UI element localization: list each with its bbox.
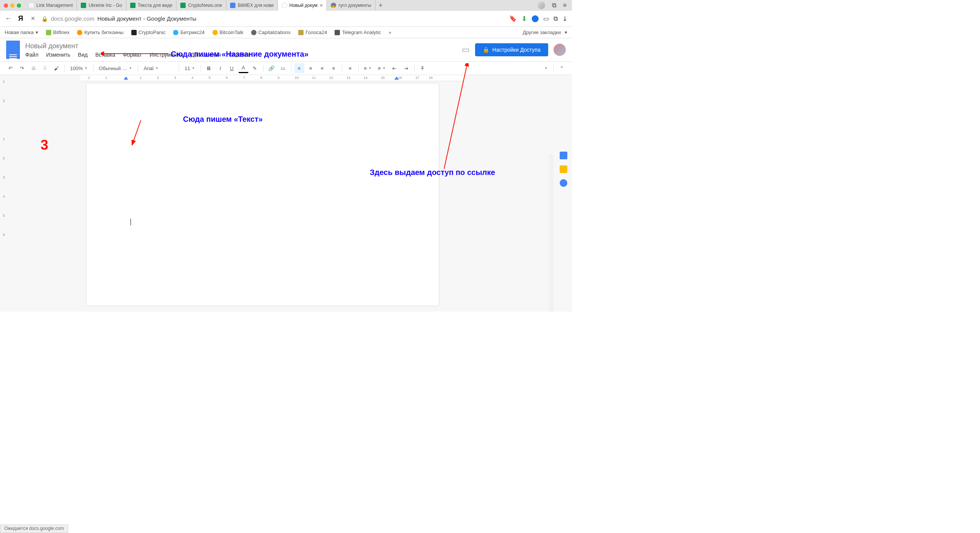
clear-format-button[interactable]: T	[418, 63, 428, 73]
align-center-button[interactable]: ≡	[306, 63, 316, 73]
bookmark-bitrix24[interactable]: Битрикс24	[173, 29, 204, 35]
increase-indent-button[interactable]: ⇥	[401, 63, 411, 73]
indent-marker-first[interactable]	[124, 77, 128, 80]
annotation-text-hint: Сюда пишем «Текст»	[183, 115, 263, 124]
profile-avatar-icon[interactable]	[537, 2, 545, 9]
menu-file[interactable]: Файл	[25, 52, 38, 58]
extensions-icon[interactable]: ⧉	[552, 2, 556, 9]
doc-title-input[interactable]: Новый документ	[25, 42, 250, 50]
print-button[interactable]: 🖶	[28, 63, 38, 73]
downloads-icon[interactable]: ⤓	[562, 15, 567, 22]
bookmark-golosa24[interactable]: Голоса24	[298, 29, 327, 35]
tab-new-doc[interactable]: Новый докум×	[278, 0, 327, 11]
align-left-button[interactable]: ≡	[294, 63, 304, 73]
comment-button[interactable]: ▭	[278, 63, 288, 73]
vertical-ruler: 12 123 456	[0, 80, 8, 302]
menu-view[interactable]: Вид	[78, 52, 88, 58]
decrease-indent-button[interactable]: ⇤	[390, 63, 400, 73]
bookmark-bitcointalk[interactable]: BitcoinTalk	[212, 29, 243, 35]
menu-format[interactable]: Формат	[123, 52, 142, 58]
align-justify-button[interactable]: ≡	[329, 63, 339, 73]
style-select[interactable]: Обычный …▼	[96, 65, 135, 71]
tab-link-management[interactable]: Link Management	[25, 0, 77, 11]
user-avatar[interactable]	[554, 44, 566, 56]
bookmarks-bar: Новая папка ▾ Bitfinex Купить биткоины C…	[0, 27, 572, 38]
bookmark-bitfinex[interactable]: Bitfinex	[46, 29, 70, 35]
yandex-button[interactable]: Я	[17, 15, 24, 23]
bookmark-buy-bitcoin[interactable]: Купить биткоины	[77, 29, 123, 35]
url-display[interactable]: 🔒 docs.google.com Новый документ - Googl…	[41, 15, 505, 22]
copy-icon[interactable]: ⧉	[554, 15, 558, 22]
lock-icon: 🔒	[483, 47, 489, 53]
bookmark-capitalizations[interactable]: Capitalizations	[251, 29, 291, 35]
zoom-select[interactable]: 100%▼	[68, 65, 90, 71]
comments-icon[interactable]: ▭	[462, 45, 470, 55]
close-window-icon[interactable]	[4, 3, 8, 8]
tab-ukreine[interactable]: Ukreine Inc - Go	[77, 0, 126, 11]
address-bar: ← Я × 🔒 docs.google.com Новый документ -…	[0, 11, 572, 27]
annotation-share-hint: Здесь выдаем доступ по ссылке	[370, 168, 495, 177]
font-select[interactable]: Arial▼	[141, 65, 176, 71]
tab-google-search[interactable]: гугл документы	[327, 0, 375, 11]
editor-canvas: 2 1 1 2 3 4 5 6 7 8 9 10 11 12 13 14 15 …	[0, 75, 572, 312]
menu-insert[interactable]: Вставка	[95, 52, 115, 58]
share-button[interactable]: 🔒 Настройки Доступа	[475, 43, 548, 56]
link-button[interactable]: 🔗	[266, 63, 276, 73]
editing-mode-button[interactable]: ▼	[542, 66, 550, 70]
minimize-window-icon[interactable]	[10, 3, 15, 8]
align-right-button[interactable]: ≡	[317, 63, 327, 73]
vertical-scrollbar[interactable]	[549, 155, 554, 312]
close-tab-icon[interactable]: ×	[320, 2, 323, 8]
spellcheck-button[interactable]: Ā	[40, 63, 50, 73]
text-cursor	[131, 219, 131, 226]
battery-icon[interactable]: ▭	[543, 15, 549, 22]
keep-icon[interactable]	[560, 165, 567, 173]
toolbar: ↶ ↷ 🖶 Ā 🖌 100%▼ Обычный …▼ Arial▼ 11▼ B …	[0, 61, 572, 75]
back-button[interactable]: ←	[5, 15, 12, 23]
annotation-title-hint: Сюда пишем «Название документа»	[171, 50, 309, 59]
paint-format-button[interactable]: 🖌	[51, 63, 61, 73]
numbered-list-button[interactable]: ≡▼	[362, 65, 374, 71]
lock-icon: 🔒	[41, 16, 48, 22]
shield-icon[interactable]	[532, 15, 539, 22]
other-bookmarks[interactable]: Другие закладки	[523, 29, 561, 35]
menu-icon[interactable]: ≡	[563, 2, 567, 9]
stop-reload-button[interactable]: ×	[29, 15, 37, 23]
redo-button[interactable]: ↷	[17, 63, 27, 73]
tab-bitmex[interactable]: BitMEX для нови	[226, 0, 278, 11]
bulleted-list-button[interactable]: ≡▼	[376, 65, 388, 71]
highlight-button[interactable]: ✎	[250, 63, 260, 73]
fontsize-select[interactable]: 11▼	[182, 65, 197, 71]
window-controls	[0, 3, 25, 8]
menu-edit[interactable]: Изменить	[46, 52, 70, 58]
line-spacing-button[interactable]: ≡	[345, 63, 355, 73]
tab-texta[interactable]: Текста для виде	[126, 0, 177, 11]
tab-cryptonews[interactable]: CryptoNews.one	[176, 0, 226, 11]
text-color-button[interactable]: A	[238, 63, 248, 73]
italic-button[interactable]: I	[216, 63, 225, 73]
undo-button[interactable]: ↶	[5, 63, 15, 73]
tasks-icon[interactable]	[560, 179, 567, 187]
horizontal-ruler[interactable]: 2 1 1 2 3 4 5 6 7 8 9 10 11 12 13 14 15 …	[80, 75, 465, 81]
indent-marker-right[interactable]	[394, 77, 399, 80]
maximize-window-icon[interactable]	[17, 3, 21, 8]
bookmark-cryptopanic[interactable]: CryptoPanic	[131, 29, 166, 35]
bookmark-icon[interactable]: 🔖	[509, 15, 517, 22]
docs-logo-icon[interactable]	[6, 41, 20, 59]
annotation-step-number: 3	[41, 137, 48, 153]
new-tab-button[interactable]: +	[376, 2, 386, 10]
calendar-icon[interactable]	[560, 152, 567, 159]
bold-button[interactable]: B	[204, 63, 214, 73]
bookmark-folder[interactable]: Новая папка ▾	[5, 29, 38, 35]
bookmark-telegram[interactable]: Telegram Analytic	[335, 29, 381, 35]
download-icon[interactable]: ⬇	[521, 15, 527, 23]
browser-tabs: Link Management Ukreine Inc - Go Текста …	[0, 0, 572, 11]
bookmarks-overflow[interactable]: »	[389, 29, 391, 35]
hide-menus-button[interactable]: ⌃	[557, 63, 567, 73]
underline-button[interactable]: U	[227, 63, 237, 73]
side-panel	[555, 152, 572, 187]
